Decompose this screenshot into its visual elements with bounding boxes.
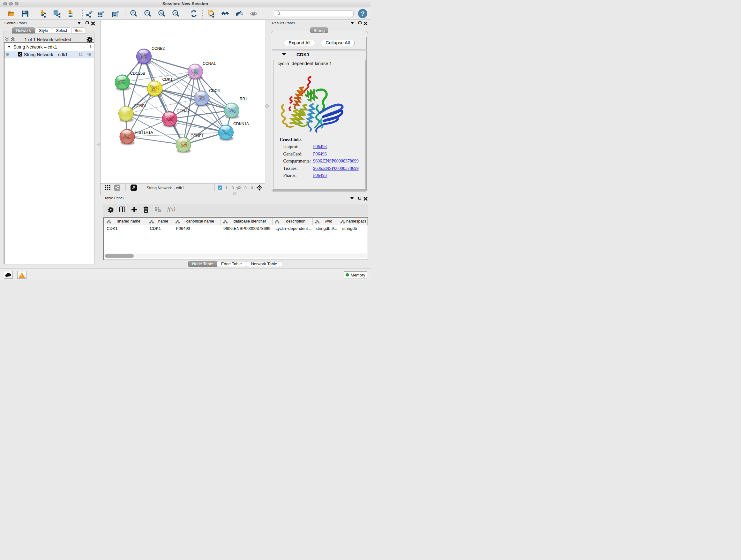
svg-text:CDC25B: CDC25B [130,71,145,76]
svg-text:CCNE1: CCNE1 [191,133,204,138]
svg-text:CDKN1A: CDKN1A [233,121,249,126]
svg-text:CCNA1: CCNA1 [203,61,216,66]
svg-text:CDK1: CDK1 [162,77,173,82]
svg-text:CCNB1: CCNB1 [134,104,147,108]
svg-text:HIST1H1A: HIST1H1A [135,130,153,135]
svg-text:CCNB2: CCNB2 [151,46,165,51]
svg-text:CDC6: CDC6 [209,88,219,93]
svg-text:RB1: RB1 [240,97,247,101]
svg-text:CCNA2: CCNA2 [177,109,190,113]
